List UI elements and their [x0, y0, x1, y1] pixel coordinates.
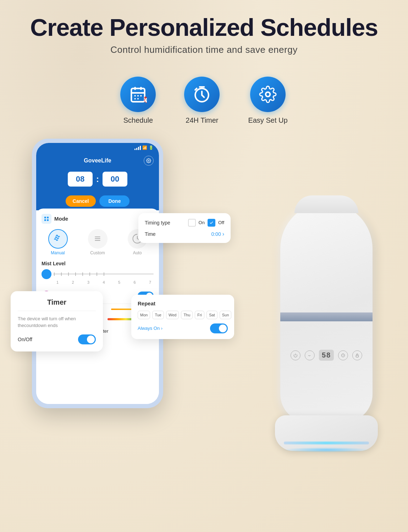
off-label: Off [218, 220, 224, 225]
done-button[interactable]: Done [99, 195, 129, 207]
timer-toggle[interactable] [78, 334, 96, 344]
feature-timer: 24H Timer [184, 77, 220, 124]
mist-tick-4 [75, 272, 76, 276]
timer-icon-circle [184, 77, 220, 112]
feature-schedule: ⏰ Schedule [120, 77, 156, 124]
ctrl-power-icon[interactable] [291, 350, 301, 360]
mist-icon [308, 353, 312, 358]
manual-icon [48, 229, 68, 249]
repeat-card: Repeat Mon Tue Wed Thu Fri Sat Sun Alway… [131, 295, 234, 339]
schedule-ctrl-icon [341, 353, 345, 358]
humidifier-glow [282, 447, 371, 453]
always-on-row: Always On › [138, 323, 228, 333]
mist-num-5: 5 [116, 280, 123, 284]
status-bar: 📶 🔋 [36, 143, 159, 153]
mist-num-4: 4 [100, 280, 107, 284]
time-label: Time [145, 231, 156, 237]
time-row: Time 0:00 › [145, 231, 224, 237]
mist-slider-knob [42, 269, 51, 279]
clock-icon [193, 85, 211, 103]
mist-tick-8 [104, 272, 104, 276]
mist-num-2: 2 [70, 280, 77, 284]
svg-rect-15 [47, 217, 49, 218]
subtitle: Control humidification time and save ene… [0, 44, 408, 55]
phone-header: GoveeLife [36, 153, 159, 170]
timer-card-title: Timer [18, 298, 96, 306]
phone-container: 📶 🔋 GoveeLife [32, 139, 163, 408]
repeat-title: Repeat [138, 300, 228, 306]
humidifier-base [275, 415, 378, 451]
on-checkbox[interactable] [188, 219, 196, 227]
timer-divider [18, 311, 96, 311]
mode-custom[interactable]: Custom [88, 229, 107, 255]
minutes-display[interactable]: 00 [103, 172, 127, 187]
main-title: Create Personalized Schedules [0, 14, 408, 41]
mode-label: Mode [54, 216, 68, 222]
settings-button[interactable] [144, 156, 154, 166]
custom-icon [88, 229, 107, 249]
time-picker: 08 : 00 [36, 170, 159, 192]
ctrl-lock-icon[interactable] [352, 350, 362, 360]
ctrl-wave-icon[interactable] [305, 350, 315, 360]
always-on-toggle[interactable] [210, 323, 228, 333]
schedule-icon-circle: ⏰ [120, 77, 156, 112]
svg-point-12 [266, 92, 270, 97]
timing-controls: On Off [188, 219, 224, 227]
humidifier-band [280, 312, 373, 321]
header: Create Personalized Schedules Control hu… [0, 0, 408, 62]
content-area: 📶 🔋 GoveeLife [0, 132, 408, 469]
svg-point-8 [137, 98, 139, 99]
phone-screen: 📶 🔋 GoveeLife [36, 143, 159, 404]
day-fri[interactable]: Fri [195, 311, 204, 319]
timer-onoff-label: On/Off [18, 337, 32, 342]
svg-point-7 [134, 98, 136, 99]
gear-icon [259, 85, 277, 103]
day-wed[interactable]: Wed [166, 311, 179, 319]
wifi-icon: 📶 [142, 145, 147, 150]
mode-manual[interactable]: Manual [48, 229, 68, 255]
setup-icon-circle [250, 77, 286, 112]
svg-point-5 [137, 95, 139, 96]
svg-point-13 [148, 160, 149, 161]
off-checkbox[interactable] [208, 219, 215, 227]
day-tue[interactable]: Tue [152, 311, 164, 319]
signal-bar-3 [138, 147, 139, 150]
timer-description: The device will turn off when thecountdo… [18, 315, 96, 329]
mist-num-1: 1 [54, 280, 61, 284]
lock-icon [355, 353, 359, 358]
mode-icon [42, 214, 51, 224]
mist-tick-6 [89, 272, 90, 276]
status-icons: 📶 🔋 [134, 145, 154, 150]
svg-rect-16 [44, 219, 46, 221]
app-title: GoveeLife [51, 157, 144, 164]
cancel-button[interactable]: Cancel [66, 195, 96, 207]
mist-tick-1 [54, 272, 55, 276]
day-mon[interactable]: Mon [138, 311, 150, 319]
mist-label: Mist Level [42, 261, 154, 266]
humidifier-top-cap [294, 195, 358, 213]
mist-slider[interactable] [42, 269, 154, 279]
mist-num-3: 3 [85, 280, 92, 284]
svg-rect-14 [44, 217, 46, 218]
ctrl-schedule-icon[interactable] [338, 350, 348, 360]
calendar-icon: ⏰ [129, 85, 147, 103]
humidifier-light-strip [284, 442, 369, 444]
svg-point-4 [134, 95, 136, 96]
time-buttons: Cancel Done [36, 192, 159, 210]
day-thu[interactable]: Thu [181, 311, 193, 319]
timer-onoff-row: On/Off [18, 334, 96, 344]
schedule-label: Schedule [123, 116, 153, 124]
timer-card: Timer The device will turn off when thec… [11, 291, 103, 351]
signal-bars [134, 146, 141, 150]
hours-display[interactable]: 08 [68, 172, 93, 187]
on-label: On [199, 220, 205, 225]
svg-point-6 [140, 95, 142, 96]
controls-area: 58 [291, 350, 362, 361]
signal-bar-2 [136, 148, 137, 150]
timing-type-label: Timing type [145, 220, 170, 226]
day-sun[interactable]: Sun [220, 311, 232, 319]
time-separator: : [96, 174, 99, 184]
list-icon [92, 233, 103, 244]
time-value-group: 0:00 › [211, 231, 224, 237]
day-sat[interactable]: Sat [206, 311, 217, 319]
